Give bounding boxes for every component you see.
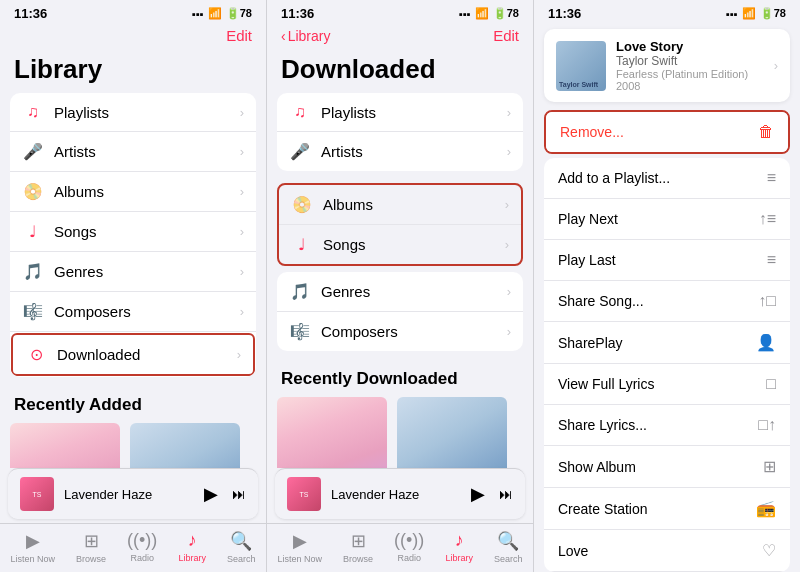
tab-browse-2[interactable]: ⊞ Browse — [343, 530, 373, 564]
album-lover-container[interactable]: Lover — [10, 423, 120, 468]
mini-play-1[interactable]: ▶ — [204, 483, 218, 505]
status-icons-1: ▪▪▪ 📶 🔋78 — [192, 7, 252, 20]
library-item-genres[interactable]: 🎵 Genres › — [10, 252, 256, 292]
library-item-albums[interactable]: 📀 Albums › — [10, 172, 256, 212]
tab-library-icon-1: ♪ — [188, 530, 197, 551]
library-item-downloaded[interactable]: ⊙ Downloaded › — [11, 333, 255, 376]
mini-player-1[interactable]: TS Lavender Haze ▶ ⏭ — [8, 468, 258, 519]
tab-search-icon-2: 🔍 — [497, 530, 519, 552]
context-full-lyrics[interactable]: View Full Lyrics □ — [544, 364, 790, 405]
dl-album-lover-container[interactable]: Lover Lover — [277, 397, 387, 468]
tab-radio-2[interactable]: ((•)) Radio — [394, 530, 424, 564]
mini-play-2[interactable]: ▶ — [471, 483, 485, 505]
artists-label: Artists — [54, 143, 240, 160]
downloaded-scroll: ♫ Playlists › 🎤 Artists › 📀 Albums › ♩ S… — [267, 93, 533, 468]
tab-library-2[interactable]: ♪ Library — [445, 530, 473, 564]
tab-listen-now-label-2: Listen Now — [278, 554, 323, 564]
albums-label: Albums — [54, 183, 240, 200]
tab-library-1[interactable]: ♪ Library — [178, 530, 206, 564]
context-show-album[interactable]: Show Album ⊞ — [544, 446, 790, 488]
dl-album-lover-thumb: Lover — [277, 397, 387, 468]
back-chevron-2: ‹ — [281, 28, 286, 44]
edit-button-1[interactable]: Edit — [226, 27, 252, 44]
library-item-artists[interactable]: 🎤 Artists › — [10, 132, 256, 172]
nav-bar-2: ‹ Library Edit — [267, 25, 533, 50]
tab-search-label-1: Search — [227, 554, 256, 564]
library-item-playlists[interactable]: ♫ Playlists › — [10, 93, 256, 132]
tab-browse-icon-2: ⊞ — [351, 530, 366, 552]
album-1989-container[interactable]: 1989 Taylor Swift DLX — [130, 423, 240, 468]
playlists-label: Playlists — [54, 104, 240, 121]
tab-search-label-2: Search — [494, 554, 523, 564]
playlists-icon: ♫ — [22, 103, 44, 121]
dl-songs-label: Songs — [323, 236, 505, 253]
battery-icon-2: 🔋78 — [493, 7, 519, 20]
context-share-song[interactable]: Share Song... ↑□ — [544, 281, 790, 322]
share-lyrics-label: Share Lyrics... — [558, 417, 647, 433]
mini-player-2[interactable]: TS Lavender Haze ▶ ⏭ — [275, 468, 525, 519]
remove-button[interactable]: Remove... 🗑 — [546, 112, 788, 152]
mini-next-2[interactable]: ⏭ — [499, 486, 513, 502]
recently-added-title: Recently Added — [0, 389, 266, 423]
songs-icon: ♩ — [22, 222, 44, 241]
dl-composers-label: Composers — [321, 323, 507, 340]
recently-added-grid: Lover 1989 Taylor Swift DLX — [0, 423, 266, 468]
downloaded-item-albums[interactable]: 📀 Albums › — [279, 185, 521, 225]
recently-downloaded-grid: Lover Lover 1989 Taylor Swift DLX 1989 (… — [267, 397, 533, 468]
downloaded-item-composers[interactable]: 🎼 Composers › — [277, 312, 523, 351]
mini-song-info-2: Lavender Haze — [331, 487, 461, 502]
song-preview-card[interactable]: Taylor Swift Love Story Taylor Swift Fea… — [544, 29, 790, 102]
love-icon: ♡ — [762, 541, 776, 560]
play-last-icon: ≡ — [767, 251, 776, 269]
tab-search-2[interactable]: 🔍 Search — [494, 530, 523, 564]
time-1: 11:36 — [14, 6, 47, 21]
status-bar-1: 11:36 ▪▪▪ 📶 🔋78 — [0, 0, 266, 25]
genres-label: Genres — [54, 263, 240, 280]
context-love[interactable]: Love ♡ — [544, 530, 790, 572]
downloaded-item-artists[interactable]: 🎤 Artists › — [277, 132, 523, 171]
edit-button-2[interactable]: Edit — [493, 27, 519, 44]
context-create-station[interactable]: Create Station 📻 — [544, 488, 790, 530]
downloaded-list-top: ♫ Playlists › 🎤 Artists › — [277, 93, 523, 171]
preview-artist-name: Taylor Swift — [616, 54, 764, 68]
playlists-chevron: › — [240, 105, 244, 120]
dl-artists-label: Artists — [321, 143, 507, 160]
tab-browse-1[interactable]: ⊞ Browse — [76, 530, 106, 564]
share-song-icon: ↑□ — [758, 292, 776, 310]
context-shareplay[interactable]: SharePlay 👤 — [544, 322, 790, 364]
preview-song-name: Love Story — [616, 39, 764, 54]
tab-radio-1[interactable]: ((•)) Radio — [127, 530, 157, 564]
downloaded-title: Downloaded — [267, 50, 533, 93]
downloaded-item-genres[interactable]: 🎵 Genres › — [277, 272, 523, 312]
library-scroll: ♫ Playlists › 🎤 Artists › 📀 Albums › ♩ S… — [0, 93, 266, 468]
albums-chevron: › — [240, 184, 244, 199]
composers-label: Composers — [54, 303, 240, 320]
library-panel: 11:36 ▪▪▪ 📶 🔋78 Edit Library ♫ Playlists… — [0, 0, 267, 572]
preview-year: 2008 — [616, 80, 764, 92]
artists-icon: 🎤 — [22, 142, 44, 161]
tab-listen-now-1[interactable]: ▶ Listen Now — [11, 530, 56, 564]
tab-listen-now-2[interactable]: ▶ Listen Now — [278, 530, 323, 564]
tab-search-1[interactable]: 🔍 Search — [227, 530, 256, 564]
context-share-lyrics[interactable]: Share Lyrics... □↑ — [544, 405, 790, 446]
preview-song-details: Love Story Taylor Swift Fearless (Platin… — [616, 39, 764, 92]
mini-song-info-1: Lavender Haze — [64, 487, 194, 502]
tab-listen-now-label-1: Listen Now — [11, 554, 56, 564]
create-station-icon: 📻 — [756, 499, 776, 518]
status-bar-3: 11:36 ▪▪▪ 📶 🔋78 — [534, 0, 800, 25]
mini-next-1[interactable]: ⏭ — [232, 486, 246, 502]
play-next-label: Play Next — [558, 211, 618, 227]
downloaded-item-songs[interactable]: ♩ Songs › — [279, 225, 521, 264]
dl-albums-label: Albums — [323, 196, 505, 213]
library-item-songs[interactable]: ♩ Songs › — [10, 212, 256, 252]
context-menu-list: Add to a Playlist... ≡ Play Next ↑≡ Play… — [544, 158, 790, 572]
back-button-2[interactable]: ‹ Library — [281, 28, 330, 44]
downloaded-icon: ⊙ — [25, 345, 47, 364]
context-play-next[interactable]: Play Next ↑≡ — [544, 199, 790, 240]
context-play-last[interactable]: Play Last ≡ — [544, 240, 790, 281]
dl-album-1989-container[interactable]: 1989 Taylor Swift DLX 1989 (Deluxe Editi… — [397, 397, 507, 468]
context-add-playlist[interactable]: Add to a Playlist... ≡ — [544, 158, 790, 199]
downloaded-item-playlists[interactable]: ♫ Playlists › — [277, 93, 523, 132]
dl-composers-chevron: › — [507, 324, 511, 339]
library-item-composers[interactable]: 🎼 Composers › — [10, 292, 256, 332]
